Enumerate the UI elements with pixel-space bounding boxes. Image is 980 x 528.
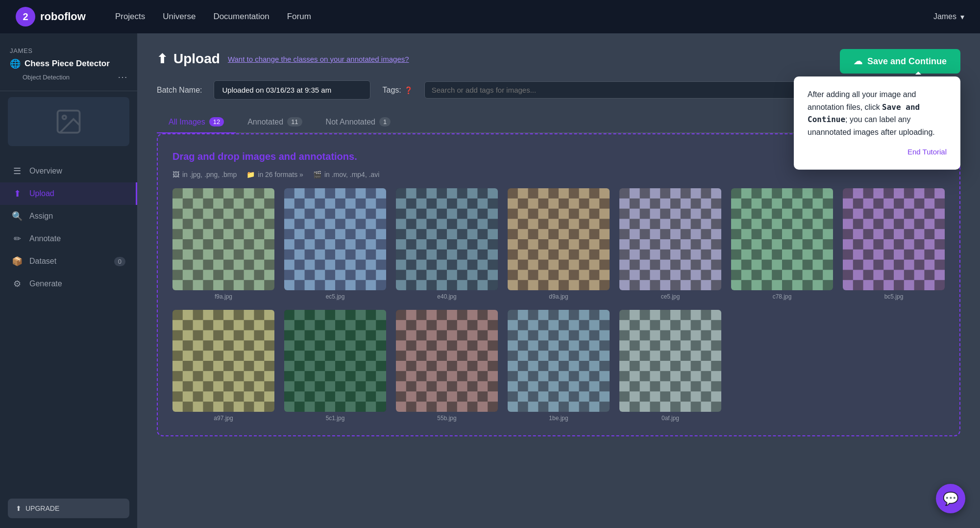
image-thumbnail	[731, 188, 833, 290]
svg-rect-36	[843, 188, 945, 290]
upload-icon: ⬆	[12, 188, 23, 199]
image-thumbnail	[396, 310, 498, 412]
more-options-icon[interactable]: ⋯	[118, 71, 127, 83]
upload-title-icon: ⬆	[157, 51, 168, 67]
svg-rect-11	[284, 188, 386, 290]
image-filename: 1be.jpg	[508, 415, 610, 422]
svg-point-1	[63, 116, 67, 120]
svg-rect-6	[172, 188, 274, 290]
upload-zone[interactable]: Drag and drop images and annotations. 📄 …	[157, 133, 960, 436]
image-thumbnail	[508, 188, 610, 290]
list-item[interactable]: a97.jpg	[172, 310, 274, 422]
dataset-icon: 📦	[12, 256, 23, 267]
image-thumbnail	[172, 188, 274, 290]
project-type: Object Detection ⋯	[10, 71, 127, 83]
save-icon: ☁	[854, 56, 862, 67]
image-filename: d9a.jpg	[508, 293, 610, 300]
sidebar-item-generate[interactable]: ⚙ Generate	[0, 273, 137, 295]
image-filename: c78.jpg	[731, 293, 833, 300]
batch-label: Batch Name:	[157, 86, 202, 95]
nav-universe[interactable]: Universe	[163, 12, 196, 22]
image-thumbnail	[508, 310, 610, 412]
image-thumbnail	[172, 310, 274, 412]
image-thumbnail	[619, 310, 721, 412]
list-item[interactable]: d9a.jpg	[508, 188, 610, 300]
user-chevron-icon: ▾	[960, 12, 964, 22]
image-filename: ec5.jpg	[284, 293, 386, 300]
tutorial-tooltip: After adding all your image and annotati…	[794, 76, 960, 170]
sidebar-item-upload[interactable]: ⬆ Upload	[0, 182, 137, 205]
dataset-badge: 0	[114, 257, 125, 266]
globe-icon: 🌐	[10, 58, 21, 69]
list-item[interactable]: f9a.jpg	[172, 188, 274, 300]
list-item[interactable]: ce5.jpg	[619, 188, 721, 300]
annotated-classes-link[interactable]: Want to change the classes on your annot…	[228, 55, 409, 63]
user-name: James	[933, 12, 956, 21]
end-tutorial-link[interactable]: End Tutorial	[808, 146, 947, 158]
list-item[interactable]: 1be.jpg	[508, 310, 610, 422]
image-filename: 5c1.jpg	[284, 415, 386, 422]
image-thumbnail	[619, 188, 721, 290]
nav-forum[interactable]: Forum	[287, 12, 311, 22]
sidebar-item-overview[interactable]: ☰ Overview	[0, 160, 137, 182]
svg-rect-21	[508, 188, 610, 290]
image-filename: ce5.jpg	[619, 293, 721, 300]
list-item[interactable]: 55b.jpg	[396, 310, 498, 422]
upgrade-button[interactable]: ⬆ UPGRADE	[8, 499, 129, 518]
logo-icon: 2	[16, 7, 35, 26]
image-thumbnail	[396, 188, 498, 290]
image-format-hint: 🖼 in .jpg, .png, .bmp	[172, 171, 237, 178]
app-layout: JAMES 🌐 Chess Piece Detector Object Dete…	[0, 0, 980, 528]
drag-drop-text: Drag and drop images and annotations.	[172, 151, 357, 162]
save-continue-button[interactable]: ☁ Save and Continue	[840, 49, 960, 74]
svg-rect-41	[172, 310, 274, 412]
image-filename: a97.jpg	[172, 415, 274, 422]
svg-rect-62	[619, 310, 721, 412]
chat-button[interactable]: 💬	[936, 484, 965, 513]
list-item[interactable]: 5c1.jpg	[284, 310, 386, 422]
folder-format-hint: 📁 in 26 formats »	[246, 171, 303, 178]
svg-rect-16	[396, 188, 498, 290]
sidebar-item-annotate[interactable]: ✏ Annotate	[0, 227, 137, 250]
list-item[interactable]: 0af.jpg	[619, 310, 721, 422]
annotated-badge: 11	[287, 117, 302, 126]
sidebar-item-assign[interactable]: 🔍 Assign	[0, 205, 137, 227]
batch-name-input[interactable]	[214, 80, 370, 100]
folder-icon: 📁	[246, 171, 255, 178]
image-icon: 🖼	[172, 171, 179, 178]
project-name: 🌐 Chess Piece Detector	[10, 58, 127, 69]
tags-label: Tags: ❓	[382, 86, 412, 95]
nav-links: Projects Universe Documentation Forum	[115, 12, 311, 22]
sidebar-username: JAMES	[10, 47, 127, 54]
video-format-hint: 🎬 in .mov, .mp4, .avi	[313, 171, 380, 178]
format-hints: 🖼 in .jpg, .png, .bmp 📁 in 26 formats » …	[172, 171, 945, 178]
chat-icon: 💬	[943, 491, 958, 506]
user-menu[interactable]: James ▾	[933, 12, 964, 22]
tab-not-annotated[interactable]: Not Annotated 1	[314, 111, 403, 132]
list-item[interactable]: ec5.jpg	[284, 188, 386, 300]
sidebar-item-dataset[interactable]: 📦 Dataset 0	[0, 250, 137, 273]
list-item[interactable]: c78.jpg	[731, 188, 833, 300]
image-thumbnail	[843, 188, 945, 290]
list-item[interactable]: bc5.jpg	[843, 188, 945, 300]
logo-area[interactable]: 2 roboflow	[16, 7, 86, 26]
not-annotated-badge: 1	[379, 117, 391, 126]
annotate-icon: ✏	[12, 233, 23, 244]
logo-text: roboflow	[40, 10, 86, 23]
tab-annotated[interactable]: Annotated 11	[236, 111, 314, 132]
project-section: JAMES 🌐 Chess Piece Detector Object Dete…	[0, 33, 137, 91]
topnav: 2 roboflow Projects Universe Documentati…	[0, 0, 980, 33]
project-thumbnail	[8, 97, 129, 146]
assign-icon: 🔍	[12, 211, 23, 222]
image-filename: 55b.jpg	[396, 415, 498, 422]
nav-documentation[interactable]: Documentation	[213, 12, 269, 22]
sidebar-nav: ☰ Overview ⬆ Upload 🔍 Assign ✏ Annotate …	[0, 152, 137, 499]
tags-help-icon[interactable]: ❓	[404, 86, 413, 94]
generate-icon: ⚙	[12, 278, 23, 289]
list-item[interactable]: e40.jpg	[396, 188, 498, 300]
sidebar: JAMES 🌐 Chess Piece Detector Object Dete…	[0, 33, 137, 528]
svg-rect-47	[284, 310, 386, 412]
tab-all-images[interactable]: All Images 12	[157, 111, 236, 133]
image-filename: f9a.jpg	[172, 293, 274, 300]
nav-projects[interactable]: Projects	[115, 12, 145, 22]
